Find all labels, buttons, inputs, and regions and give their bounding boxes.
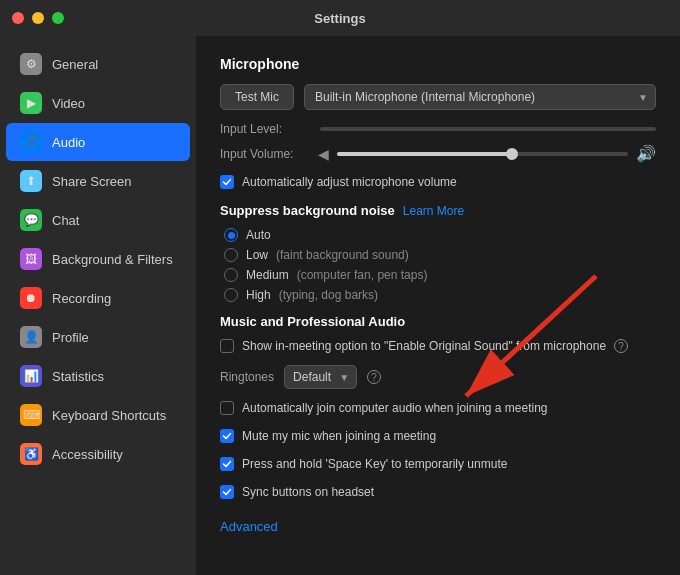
sidebar-item-audio[interactable]: 🎵Audio (6, 123, 190, 161)
checkmark-icon (222, 177, 232, 187)
test-mic-button[interactable]: Test Mic (220, 84, 294, 110)
sidebar-item-sharescreen[interactable]: ⬆Share Screen (6, 162, 190, 200)
learn-more-link[interactable]: Learn More (403, 204, 464, 218)
input-level-bar (320, 127, 656, 131)
volume-slider-fill (337, 152, 512, 156)
mute-mic-row: Mute my mic when joining a meeting (220, 429, 656, 443)
microphone-select[interactable]: Built-in Microphone (Internal Microphone… (304, 84, 656, 110)
recording-icon: ⏺ (20, 287, 42, 309)
noise-option-auto[interactable]: Auto (220, 228, 656, 242)
keyboard-icon: ⌨ (20, 404, 42, 426)
auto-join-checkbox[interactable] (220, 401, 234, 415)
sidebar-label-video: Video (52, 96, 85, 111)
ringtone-select[interactable]: Default Classic Modern (284, 365, 357, 389)
volume-low-icon: ◀ (318, 146, 329, 162)
noise-option-low[interactable]: Low (faint background sound) (220, 248, 656, 262)
radio-low[interactable] (224, 248, 238, 262)
input-volume-row: Input Volume: ◀ 🔊 (220, 144, 656, 163)
sync-buttons-checkbox[interactable] (220, 485, 234, 499)
input-volume-label: Input Volume: (220, 147, 310, 161)
main-layout: ⚙General▶Video🎵Audio⬆Share Screen💬Chat🖼B… (0, 36, 680, 575)
noise-note-low: (faint background sound) (276, 248, 409, 262)
statistics-icon: 📊 (20, 365, 42, 387)
sync-buttons-row: Sync buttons on headset (220, 485, 656, 499)
sidebar-label-chat: Chat (52, 213, 79, 228)
mute-mic-label: Mute my mic when joining a meeting (242, 429, 436, 443)
ringtones-label: Ringtones (220, 370, 274, 384)
auto-adjust-row: Automatically adjust microphone volume (220, 175, 656, 189)
sidebar-item-general[interactable]: ⚙General (6, 45, 190, 83)
mute-mic-checkbox[interactable] (220, 429, 234, 443)
bgfilters-icon: 🖼 (20, 248, 42, 270)
sidebar-label-keyboard: Keyboard Shortcuts (52, 408, 166, 423)
accessibility-icon: ♿ (20, 443, 42, 465)
audio-icon: 🎵 (20, 131, 42, 153)
sidebar-item-recording[interactable]: ⏺Recording (6, 279, 190, 317)
checkmark-icon-4 (222, 487, 232, 497)
general-icon: ⚙ (20, 53, 42, 75)
ringtone-help-icon[interactable]: ? (367, 370, 381, 384)
sidebar-label-recording: Recording (52, 291, 111, 306)
minimize-button[interactable] (32, 12, 44, 24)
volume-slider-thumb (506, 148, 518, 160)
sidebar-label-statistics: Statistics (52, 369, 104, 384)
auto-adjust-label: Automatically adjust microphone volume (242, 175, 457, 189)
space-key-row: Press and hold 'Space Key' to temporaril… (220, 457, 656, 471)
show-original-row: Show in-meeting option to "Enable Origin… (220, 339, 656, 353)
volume-slider[interactable] (337, 152, 628, 156)
sidebar-label-sharescreen: Share Screen (52, 174, 132, 189)
sidebar-label-accessibility: Accessibility (52, 447, 123, 462)
sidebar-item-video[interactable]: ▶Video (6, 84, 190, 122)
window-title: Settings (314, 11, 365, 26)
maximize-button[interactable] (52, 12, 64, 24)
sidebar-label-audio: Audio (52, 135, 85, 150)
radio-auto[interactable] (224, 228, 238, 242)
sidebar: ⚙General▶Video🎵Audio⬆Share Screen💬Chat🖼B… (0, 36, 196, 575)
sidebar-label-general: General (52, 57, 98, 72)
show-original-checkbox[interactable] (220, 339, 234, 353)
noise-note-medium: (computer fan, pen taps) (297, 268, 428, 282)
advanced-link[interactable]: Advanced (220, 519, 278, 534)
noise-label-low: Low (246, 248, 268, 262)
sidebar-item-chat[interactable]: 💬Chat (6, 201, 190, 239)
noise-label-high: High (246, 288, 271, 302)
sidebar-item-bgfilters[interactable]: 🖼Background & Filters (6, 240, 190, 278)
space-key-checkbox[interactable] (220, 457, 234, 471)
microphone-row: Test Mic Built-in Microphone (Internal M… (220, 84, 656, 110)
checkmark-icon-3 (222, 459, 232, 469)
space-key-label: Press and hold 'Space Key' to temporaril… (242, 457, 507, 471)
suppress-section: Suppress background noise Learn More Aut… (220, 203, 656, 302)
profile-icon: 👤 (20, 326, 42, 348)
music-section: Music and Professional Audio Show in-mee… (220, 314, 656, 499)
sidebar-item-profile[interactable]: 👤Profile (6, 318, 190, 356)
auto-join-label: Automatically join computer audio when j… (242, 401, 548, 415)
chat-icon: 💬 (20, 209, 42, 231)
auto-adjust-checkbox[interactable] (220, 175, 234, 189)
noise-label-auto: Auto (246, 228, 271, 242)
noise-note-high: (typing, dog barks) (279, 288, 378, 302)
sidebar-item-accessibility[interactable]: ♿Accessibility (6, 435, 190, 473)
microphone-section-title: Microphone (220, 56, 656, 72)
radio-high[interactable] (224, 288, 238, 302)
ringtone-select-wrapper[interactable]: Default Classic Modern ▼ (284, 365, 357, 389)
checkmark-icon-2 (222, 431, 232, 441)
input-level-label: Input Level: (220, 122, 310, 136)
sharescreen-icon: ⬆ (20, 170, 42, 192)
radio-auto-fill (228, 232, 235, 239)
microphone-select-wrapper[interactable]: Built-in Microphone (Internal Microphone… (304, 84, 656, 110)
video-icon: ▶ (20, 92, 42, 114)
sidebar-item-keyboard[interactable]: ⌨Keyboard Shortcuts (6, 396, 190, 434)
window-controls[interactable] (12, 12, 64, 24)
show-original-help-icon[interactable]: ? (614, 339, 628, 353)
noise-option-high[interactable]: High (typing, dog barks) (220, 288, 656, 302)
close-button[interactable] (12, 12, 24, 24)
radio-medium[interactable] (224, 268, 238, 282)
content-area: Microphone Test Mic Built-in Microphone … (196, 36, 680, 575)
sync-buttons-label: Sync buttons on headset (242, 485, 374, 499)
noise-option-medium[interactable]: Medium (computer fan, pen taps) (220, 268, 656, 282)
titlebar: Settings (0, 0, 680, 36)
sidebar-label-profile: Profile (52, 330, 89, 345)
sidebar-item-statistics[interactable]: 📊Statistics (6, 357, 190, 395)
auto-join-row: Automatically join computer audio when j… (220, 401, 656, 415)
sidebar-label-bgfilters: Background & Filters (52, 252, 173, 267)
